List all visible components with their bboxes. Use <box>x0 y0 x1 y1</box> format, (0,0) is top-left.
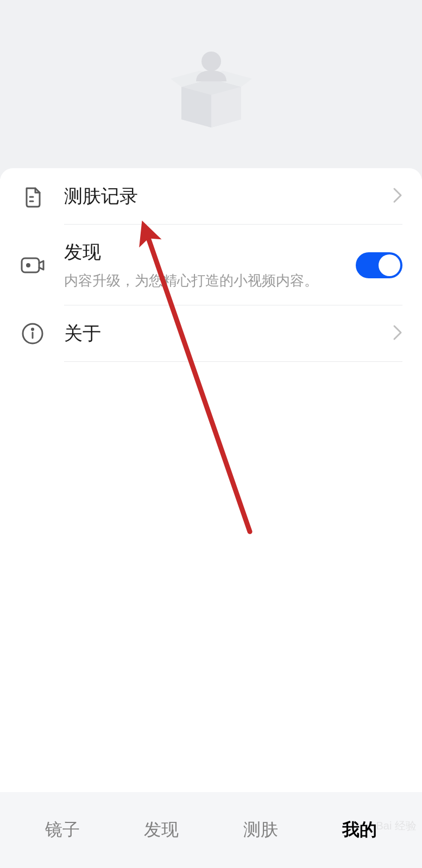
menu-item-label: 关于 <box>64 321 393 346</box>
bottom-navigation: 镜子 发现 测肤 我的 <box>0 792 422 868</box>
header-empty-state <box>0 0 422 179</box>
discover-toggle[interactable] <box>356 252 402 278</box>
menu-item-about[interactable]: 关于 <box>0 305 422 362</box>
empty-box-illustration <box>162 41 260 138</box>
nav-tab-skin-test[interactable]: 测肤 <box>230 809 291 851</box>
chevron-right-icon <box>393 187 402 206</box>
document-icon <box>20 183 46 209</box>
watermark: Bai 经验 <box>376 819 417 833</box>
nav-tab-discover[interactable]: 发现 <box>131 809 192 851</box>
camera-icon <box>20 252 46 278</box>
svg-point-4 <box>26 263 30 267</box>
menu-item-label: 发现 <box>64 240 356 265</box>
menu-item-skin-record[interactable]: 测肤记录 <box>0 168 422 225</box>
settings-list: 测肤记录 发现 内容升级，为您精心打造的小视频内容。 <box>0 168 422 362</box>
menu-item-discover[interactable]: 发现 内容升级，为您精心打造的小视频内容。 <box>0 225 422 305</box>
chevron-right-icon <box>393 324 402 343</box>
menu-item-subtitle: 内容升级，为您精心打造的小视频内容。 <box>64 271 356 290</box>
svg-point-7 <box>32 329 34 330</box>
nav-tab-mirror[interactable]: 镜子 <box>32 809 93 851</box>
info-icon <box>20 321 46 347</box>
menu-item-label: 测肤记录 <box>64 184 393 209</box>
svg-point-0 <box>201 52 221 71</box>
